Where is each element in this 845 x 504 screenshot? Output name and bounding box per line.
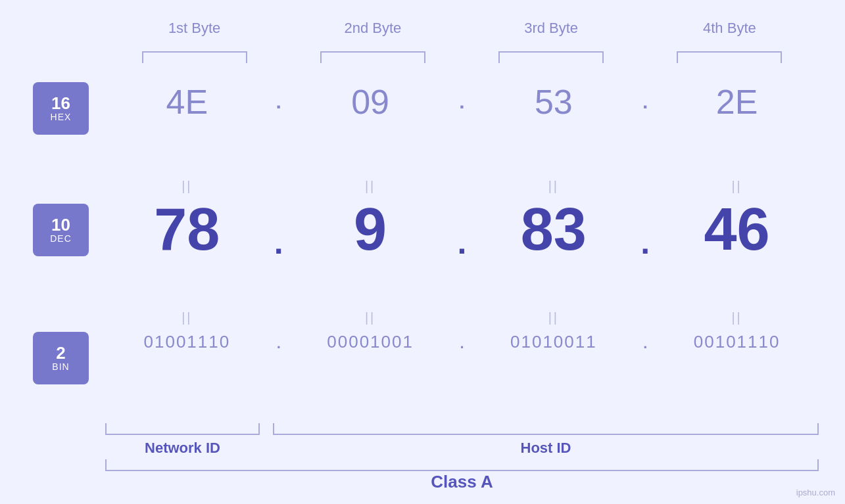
hex-row: 4E . 09 . 53 . 2E [105,82,819,122]
equals-row-2: || || || || [105,309,819,325]
equals-1-3: || [472,177,636,193]
bin-dot-3: . [635,335,655,352]
byte-labels-row: 1st Byte 2nd Byte 3rd Byte 4th Byte [105,20,819,37]
dec-cell-4: 46 [655,200,819,259]
bracket-3 [462,51,640,63]
hex-value-1: 4E [166,83,208,121]
dec-badge-label: DEC [50,233,72,244]
equals-2-1: || [105,309,269,325]
dec-value-4: 46 [704,196,770,262]
equals-spacer-2 [452,177,472,193]
equals-2-4: || [655,309,819,325]
bottom-brackets [105,423,819,435]
host-id-label: Host ID [273,440,819,457]
hex-cell-2: 09 [289,82,452,122]
hex-badge-number: 16 [51,95,70,112]
class-bracket [105,459,819,471]
dec-badge: 10 DEC [33,204,89,256]
hex-value-4: 2E [716,83,758,121]
equals-row-1: || || || || [105,177,819,193]
equals-1-4: || [655,177,819,193]
bin-badge-label: BIN [52,361,69,372]
bin-value-3: 01010011 [510,332,597,352]
hex-value-2: 09 [351,83,389,121]
equals-1-2: || [289,177,452,193]
bin-dot-2: . [452,335,472,352]
hex-badge: 16 HEX [33,82,89,135]
byte-label-3: 3rd Byte [462,20,640,37]
bin-badge-number: 2 [56,344,65,361]
network-bracket [105,423,260,435]
bracket-line-2 [320,51,425,63]
main-container: 1st Byte 2nd Byte 3rd Byte 4th Byte 16 H… [0,0,845,504]
dec-value-3: 83 [521,196,587,262]
bracket-2 [283,51,462,63]
bin-value-2: 00001001 [327,332,414,352]
bracket-line-3 [498,51,604,63]
equals-2-3: || [472,309,636,325]
watermark: ipshu.com [796,488,835,497]
bin-cell-1: 01001110 [105,332,269,352]
bin-cell-3: 01010011 [472,332,636,352]
dec-dot-1: . [269,223,289,262]
equals-2-2: || [289,309,452,325]
host-bracket [273,423,819,435]
bracket-line-4 [677,51,782,63]
top-brackets [105,51,819,63]
byte-label-4: 4th Byte [640,20,819,37]
hex-dot-2: . [452,91,472,113]
bracket-1 [105,51,283,63]
hex-badge-label: HEX [51,112,72,122]
equals-spacer-1 [269,177,289,193]
bin-value-1: 01001110 [144,332,231,352]
bin-cell-2: 00001001 [289,332,452,352]
byte-label-2: 2nd Byte [283,20,462,37]
network-id-label: Network ID [105,440,260,457]
id-labels: Network ID Host ID [105,440,819,457]
dec-dot-2: . [452,223,472,262]
dec-badge-number: 10 [51,216,70,233]
bracket-4 [640,51,819,63]
dec-value-2: 9 [354,196,387,262]
dec-dot-3: . [635,223,655,262]
equals-spacer-3 [635,177,655,193]
dec-row: 78 . 9 . 83 . 46 [105,197,819,262]
rows-area: 16 HEX 4E . 09 . 53 . 2E || [33,76,819,465]
hex-cell-1: 4E [105,82,269,122]
dec-value-1: 78 [154,196,220,262]
bin-row: 01001110 . 00001001 . 01010011 . 0010111… [105,332,819,352]
equals-display-1: || [181,179,192,193]
hex-value-3: 53 [535,83,573,121]
bin-badge: 2 BIN [33,332,89,384]
dec-cell-3: 83 [472,200,636,259]
hex-cell-3: 53 [472,82,636,122]
hex-cell-4: 2E [655,82,819,122]
equals-1-1: || [105,177,269,193]
bin-cell-4: 00101110 [655,332,819,352]
bin-value-4: 00101110 [694,332,781,352]
bin-dot-1: . [269,335,289,352]
dec-cell-1: 78 [105,200,269,259]
byte-label-1: 1st Byte [105,20,283,37]
bracket-line-1 [142,51,247,63]
hex-dot-1: . [269,91,289,113]
class-a-label: Class A [105,472,819,492]
dec-cell-2: 9 [289,200,452,259]
hex-dot-3: . [635,91,655,113]
